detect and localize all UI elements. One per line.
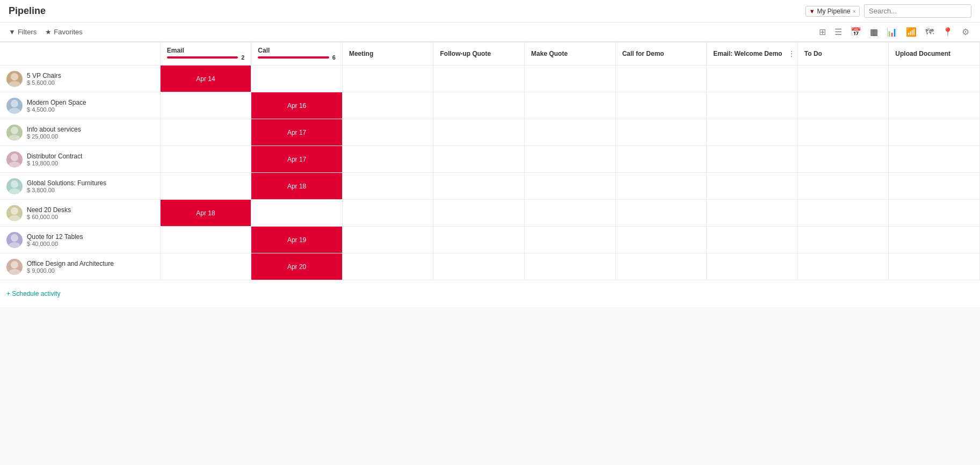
activity-empty[interactable]	[798, 66, 889, 92]
activity-empty[interactable]	[161, 119, 251, 146]
activity-empty[interactable]	[343, 119, 433, 146]
activity-empty[interactable]	[525, 66, 615, 92]
search-input[interactable]	[864, 4, 971, 18]
favorites-button[interactable]: ★ Favorites	[45, 28, 82, 36]
filters-button[interactable]: ▼ Filters	[9, 28, 37, 36]
activity-cell-modern-open-space-email[interactable]	[160, 92, 251, 119]
activity-cell-quote-for-12-tables-email[interactable]	[160, 227, 251, 253]
location-icon[interactable]: 📍	[940, 26, 955, 38]
email-welcome-more-button[interactable]: ⋮	[788, 49, 795, 58]
activity-empty[interactable]	[343, 253, 433, 280]
activity-cell-need-20-desks-followup-quote[interactable]	[433, 200, 525, 227]
activity-empty[interactable]	[343, 66, 433, 92]
activity-cell-info-about-services-email-welcome-demo[interactable]	[707, 119, 798, 146]
activity-cell-quote-for-12-tables-call-for-demo[interactable]	[615, 227, 707, 253]
activity-cell-quote-for-12-tables-upload-document[interactable]	[889, 227, 980, 253]
activity-empty[interactable]	[433, 119, 524, 146]
activity-empty[interactable]	[525, 173, 615, 199]
activity-cell-info-about-services-meeting[interactable]	[342, 119, 433, 146]
activity-cell-office-design-architecture-call[interactable]: Apr 20	[251, 253, 343, 280]
activity-cell-5-vp-chairs-make-quote[interactable]	[525, 66, 616, 92]
activity-empty[interactable]	[616, 146, 707, 172]
activity-empty[interactable]	[707, 119, 797, 146]
activity-empty[interactable]	[707, 253, 797, 280]
opportunity-cell-modern-open-space[interactable]: Modern Open Space $ 4,500.00	[0, 92, 160, 119]
activity-cell-need-20-desks-email[interactable]: Apr 18	[160, 200, 251, 227]
activity-empty[interactable]	[707, 146, 797, 172]
activity-empty[interactable]	[889, 253, 979, 280]
activity-empty[interactable]	[343, 173, 433, 199]
activity-empty[interactable]	[616, 200, 707, 226]
activity-cell-modern-open-space-meeting[interactable]	[342, 92, 433, 119]
activity-cell-5-vp-chairs-email[interactable]: Apr 14	[160, 66, 251, 92]
activity-cell-modern-open-space-email-welcome-demo[interactable]	[707, 92, 798, 119]
activity-cell-info-about-services-email[interactable]	[160, 119, 251, 146]
activity-cell-5-vp-chairs-to-do[interactable]	[797, 66, 889, 92]
activity-date[interactable]: Apr 14	[161, 66, 251, 92]
activity-empty[interactable]	[433, 66, 524, 92]
activity-empty[interactable]	[433, 253, 524, 280]
activity-cell-distributor-contract-call[interactable]: Apr 17	[251, 146, 343, 173]
opportunity-cell-global-solutions-furnitures[interactable]: Global Solutions: Furnitures $ 3,800.00	[0, 173, 160, 200]
activity-cell-office-design-architecture-call-for-demo[interactable]	[615, 253, 707, 280]
activity-empty[interactable]	[251, 66, 342, 92]
activity-empty[interactable]	[161, 146, 251, 172]
activity-empty[interactable]	[525, 119, 615, 146]
activity-cell-modern-open-space-call-for-demo[interactable]	[615, 92, 707, 119]
activity-empty[interactable]	[161, 253, 251, 280]
activity-empty[interactable]	[798, 253, 889, 280]
opportunity-cell-need-20-desks[interactable]: Need 20 Desks $ 60,000.00	[0, 200, 160, 227]
activity-cell-5-vp-chairs-call-for-demo[interactable]	[615, 66, 707, 92]
activity-empty[interactable]	[525, 253, 615, 280]
activity-cell-quote-for-12-tables-to-do[interactable]	[797, 227, 889, 253]
opportunity-cell-distributor-contract[interactable]: Distributor Contract $ 19,800.00	[0, 146, 160, 173]
activity-empty[interactable]	[616, 227, 707, 253]
filter-tag-my-pipeline[interactable]: ▼ My Pipeline ×	[805, 6, 860, 17]
activity-empty[interactable]	[798, 92, 889, 119]
activity-empty[interactable]	[889, 119, 979, 146]
activity-cell-distributor-contract-meeting[interactable]	[342, 146, 433, 173]
activity-empty[interactable]	[889, 146, 979, 172]
activity-empty[interactable]	[889, 227, 979, 253]
filter-close-icon[interactable]: ×	[853, 8, 856, 14]
activity-cell-info-about-services-call-for-demo[interactable]	[615, 119, 707, 146]
activity-cell-info-about-services-followup-quote[interactable]	[433, 119, 525, 146]
activity-empty[interactable]	[433, 173, 524, 199]
activity-cell-info-about-services-call[interactable]: Apr 17	[251, 119, 343, 146]
activity-cell-5-vp-chairs-meeting[interactable]	[342, 66, 433, 92]
activity-cell-need-20-desks-to-do[interactable]	[797, 200, 889, 227]
opportunity-cell-quote-for-12-tables[interactable]: Quote for 12 Tables $ 40,000.00	[0, 227, 160, 253]
activity-cell-info-about-services-upload-document[interactable]	[889, 119, 980, 146]
activity-date[interactable]: Apr 17	[251, 146, 342, 172]
activity-cell-global-solutions-furnitures-meeting[interactable]	[342, 173, 433, 200]
activity-cell-office-design-architecture-to-do[interactable]	[797, 253, 889, 280]
activity-empty[interactable]	[707, 92, 797, 119]
activity-empty[interactable]	[433, 227, 524, 253]
activity-empty[interactable]	[251, 200, 342, 226]
activity-date[interactable]: Apr 17	[251, 119, 342, 146]
activity-empty[interactable]	[525, 146, 615, 172]
activity-empty[interactable]	[798, 227, 889, 253]
activity-date[interactable]: Apr 20	[251, 253, 342, 280]
activity-cell-global-solutions-furnitures-followup-quote[interactable]	[433, 173, 525, 200]
opportunity-cell-office-design-architecture[interactable]: Office Design and Architecture $ 9,000.0…	[0, 253, 160, 280]
activity-empty[interactable]	[616, 119, 707, 146]
activity-cell-modern-open-space-make-quote[interactable]	[525, 92, 616, 119]
activity-cell-modern-open-space-call[interactable]: Apr 16	[251, 92, 343, 119]
activity-cell-office-design-architecture-make-quote[interactable]	[525, 253, 616, 280]
schedule-activity-link[interactable]: + Schedule activity	[6, 290, 60, 297]
activity-cell-distributor-contract-make-quote[interactable]	[525, 146, 616, 173]
activity-cell-need-20-desks-upload-document[interactable]	[889, 200, 980, 227]
activity-cell-distributor-contract-email[interactable]	[160, 146, 251, 173]
activity-cell-5-vp-chairs-call[interactable]	[251, 66, 343, 92]
activity-empty[interactable]	[161, 92, 251, 119]
activity-empty[interactable]	[343, 227, 433, 253]
activity-empty[interactable]	[798, 146, 889, 172]
activity-empty[interactable]	[616, 173, 707, 199]
activity-empty[interactable]	[161, 173, 251, 199]
activity-cell-distributor-contract-call-for-demo[interactable]	[615, 146, 707, 173]
activity-empty[interactable]	[525, 200, 615, 226]
chart-view-icon[interactable]: 📊	[884, 26, 899, 38]
activity-empty[interactable]	[798, 173, 889, 199]
activity-empty[interactable]	[525, 92, 615, 119]
